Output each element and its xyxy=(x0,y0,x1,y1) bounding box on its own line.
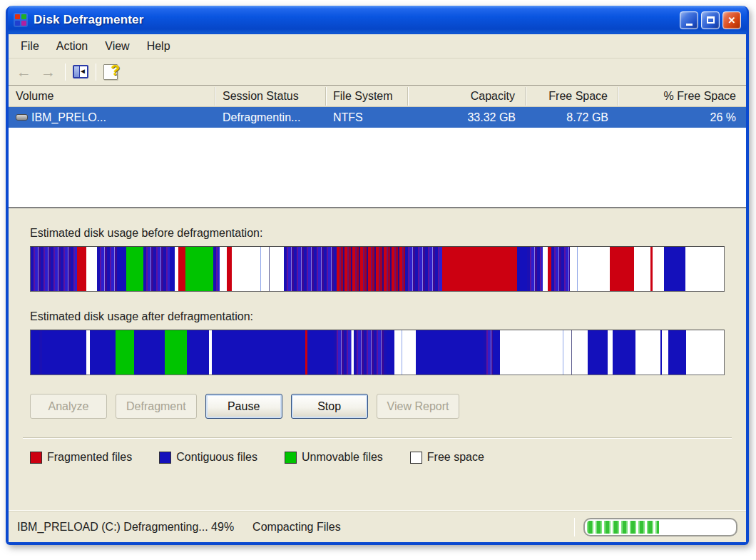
usage-segment xyxy=(170,247,175,291)
status-phase: Compacting Files xyxy=(252,521,566,534)
list-header: Volume Session Status File System Capaci… xyxy=(9,86,746,107)
contiguous-swatch-icon xyxy=(159,452,171,464)
maximize-button[interactable] xyxy=(701,11,720,29)
usage-segment xyxy=(686,330,724,375)
usage-segment xyxy=(668,330,686,375)
progress-fill xyxy=(587,521,659,534)
usage-segment xyxy=(608,330,613,375)
free-space-swatch-icon xyxy=(410,452,422,464)
volume-row-selected[interactable]: IBM_PRELO... Defragmentin... NTFS 33.32 … xyxy=(9,107,746,128)
console-tree-icon[interactable] xyxy=(73,65,88,78)
title-bar[interactable]: Disk Defragmenter ✕ xyxy=(8,6,747,34)
progress-bar xyxy=(583,518,737,536)
cell-pct-free-space: 26 % xyxy=(618,109,746,126)
usage-panel: Estimated disk usage before defragmentat… xyxy=(9,208,746,511)
maximize-icon xyxy=(707,16,715,24)
usage-segment xyxy=(143,247,170,291)
app-icon xyxy=(14,13,28,27)
usage-segment xyxy=(575,330,588,375)
app-icon-block xyxy=(15,21,20,26)
usage-segment xyxy=(484,330,492,375)
usage-segment xyxy=(527,247,543,291)
menu-action[interactable]: Action xyxy=(48,37,96,56)
usage-segment xyxy=(416,330,484,375)
usage-segment xyxy=(387,330,394,375)
unmovable-swatch-icon xyxy=(285,452,297,464)
minimize-button[interactable] xyxy=(680,11,698,29)
legend-contiguous: Contiguous files xyxy=(159,451,257,464)
menu-bar: File Action View Help xyxy=(9,34,746,58)
hard-drive-icon xyxy=(16,114,28,121)
usage-segment xyxy=(275,247,284,291)
usage-segment xyxy=(31,247,77,291)
stop-button[interactable]: Stop xyxy=(291,394,368,419)
usage-segment xyxy=(307,330,334,375)
usage-segment xyxy=(253,247,275,291)
window-title: Disk Defragmenter xyxy=(34,13,674,27)
cell-session-status: Defragmentin... xyxy=(215,109,326,126)
usage-segment xyxy=(394,330,409,375)
legend-divider xyxy=(23,437,732,439)
column-header-session-status[interactable]: Session Status xyxy=(215,87,326,106)
usage-segment xyxy=(42,330,86,375)
usage-segment xyxy=(165,330,188,375)
usage-segment xyxy=(662,330,668,375)
column-header-volume[interactable]: Volume xyxy=(9,87,215,106)
usage-segment xyxy=(517,247,527,291)
usage-segment xyxy=(635,330,660,375)
menu-help[interactable]: Help xyxy=(139,37,178,56)
usage-segment xyxy=(653,247,664,291)
disk-defragmenter-window: Disk Defragmenter ✕ File Action View Hel… xyxy=(6,6,749,545)
usage-segment xyxy=(337,247,405,291)
usage-segment xyxy=(31,330,39,375)
usage-segment xyxy=(685,247,724,291)
cell-free-space: 8.72 GB xyxy=(526,109,618,126)
column-header-capacity[interactable]: Capacity xyxy=(408,87,526,106)
usage-segment xyxy=(116,330,135,375)
toolbar-separator xyxy=(65,63,66,81)
usage-segment xyxy=(493,330,501,375)
status-bar: IBM_PRELOAD (C:) Defragmenting... 49% Co… xyxy=(9,511,746,542)
statusbar-separator xyxy=(574,518,575,536)
usage-segment xyxy=(610,247,635,291)
app-icon-block xyxy=(21,14,26,19)
forward-icon: → xyxy=(39,64,58,79)
before-usage-bar xyxy=(30,246,725,292)
column-header-pct-free-space[interactable]: % Free Space xyxy=(618,87,746,106)
cell-file-system: NTFS xyxy=(326,109,408,126)
help-icon[interactable] xyxy=(103,64,118,80)
usage-segment xyxy=(134,330,164,375)
usage-segment xyxy=(227,247,232,291)
legend-label: Fragmented files xyxy=(47,451,132,464)
toolbar-separator xyxy=(96,63,96,81)
fragmented-swatch-icon xyxy=(30,452,42,464)
usage-segment xyxy=(500,330,556,375)
after-usage-bar xyxy=(30,330,725,375)
usage-segment xyxy=(556,330,575,375)
legend-unmovable: Unmovable files xyxy=(285,451,383,464)
usage-segment xyxy=(117,247,126,291)
column-header-free-space[interactable]: Free Space xyxy=(526,87,618,106)
column-header-file-system[interactable]: File System xyxy=(326,87,408,106)
menu-file[interactable]: File xyxy=(13,37,47,56)
legend-fragmented: Fragmented files xyxy=(30,451,132,464)
usage-segment xyxy=(551,247,570,291)
usage-segment xyxy=(187,330,208,375)
defragment-button: Defragment xyxy=(116,394,197,419)
usage-segment xyxy=(178,247,185,291)
app-icon-block xyxy=(15,14,20,19)
usage-segment xyxy=(220,247,227,291)
usage-segment xyxy=(334,330,352,375)
usage-segment xyxy=(212,330,305,375)
legend-label: Contiguous files xyxy=(176,451,257,464)
usage-segment xyxy=(354,330,387,375)
cell-volume: IBM_PRELO... xyxy=(31,111,106,124)
minimize-icon xyxy=(686,24,693,26)
close-button[interactable]: ✕ xyxy=(722,11,741,29)
volume-list: Volume Session Status File System Capaci… xyxy=(9,86,746,208)
pause-button[interactable]: Pause xyxy=(205,394,282,419)
menu-view[interactable]: View xyxy=(97,37,137,56)
after-usage-label: Estimated disk usage after defragmentati… xyxy=(30,310,725,323)
usage-segment xyxy=(77,247,86,291)
app-icon-block xyxy=(21,21,26,26)
